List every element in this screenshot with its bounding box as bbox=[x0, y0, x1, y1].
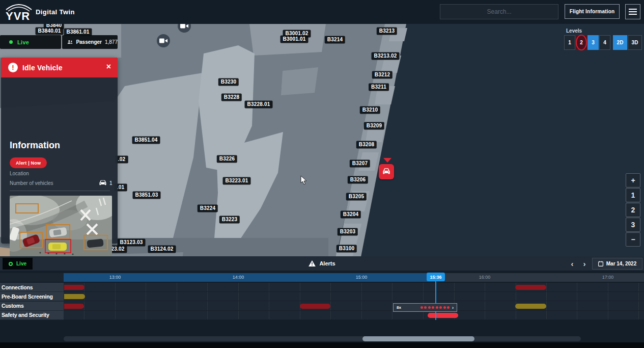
gate-label: B3207 bbox=[350, 160, 370, 168]
row-label: Connections bbox=[0, 283, 64, 292]
map-zoom-controls: +123− bbox=[626, 173, 640, 247]
levels-panel: Levels 12342D3D bbox=[564, 28, 642, 50]
level-button-2[interactable]: 2 bbox=[576, 35, 587, 50]
date-picker-button[interactable]: Mar 14, 2022 bbox=[592, 258, 642, 270]
live-ring-icon bbox=[9, 262, 13, 266]
map-control-level-1[interactable]: 1 bbox=[626, 188, 640, 202]
timeline-rows: ConnectionsPre-Board ScreeningCustomsSaf… bbox=[0, 283, 644, 320]
map-control-zoom-in[interactable]: + bbox=[626, 173, 640, 188]
warning-icon bbox=[309, 260, 316, 266]
timeline-scrollbar-track[interactable] bbox=[64, 336, 581, 341]
top-bar: YVR Digital Twin Flight Information bbox=[0, 0, 644, 24]
gate-label: B3204 bbox=[341, 211, 361, 219]
gate-label: B3230 bbox=[218, 78, 239, 86]
gate-label: B3213 bbox=[377, 28, 397, 35]
divider bbox=[10, 191, 110, 191]
alert-bar[interactable] bbox=[64, 304, 84, 309]
live-status-badge: Live bbox=[0, 35, 61, 49]
gate-label: B3100 bbox=[337, 245, 357, 253]
time-tick: 17:00 bbox=[602, 275, 614, 280]
level-button-2d[interactable]: 2D bbox=[613, 35, 627, 50]
alert-bar[interactable] bbox=[515, 285, 546, 290]
gate-label: B3851.04 bbox=[132, 137, 160, 144]
alerts-bar: Alerts Live ‹ › Mar 14, 2022 bbox=[0, 256, 644, 271]
digital-twin-app: B3840B3840.01B3861.01B3001.02B3001.01B32… bbox=[0, 0, 644, 348]
timeline-live-badge[interactable]: Live bbox=[3, 258, 33, 270]
previous-day-button[interactable]: ‹ bbox=[567, 258, 577, 269]
map-control-level-3[interactable]: 3 bbox=[626, 218, 640, 232]
alert-panel-title: Idle Vehicle bbox=[22, 64, 63, 72]
app-title: Digital Twin bbox=[36, 8, 75, 16]
vehicle-camera-snapshot bbox=[10, 196, 112, 256]
gate-label: B3851.03 bbox=[133, 192, 161, 199]
car-icon bbox=[99, 179, 107, 186]
alert-exclamation-icon: ! bbox=[8, 63, 18, 72]
search-input[interactable] bbox=[440, 4, 558, 19]
alert-bar[interactable] bbox=[428, 313, 458, 318]
cluster-count: 8x bbox=[397, 305, 401, 310]
current-time-badge[interactable]: 15:36 bbox=[427, 273, 445, 281]
gate-label: B3203 bbox=[338, 228, 358, 236]
row-label: Safety and Security bbox=[0, 311, 64, 320]
gate-label: B3205 bbox=[346, 193, 367, 201]
gate-label: B3223 bbox=[219, 216, 240, 224]
time-tick: 14:00 bbox=[233, 275, 244, 280]
vehicle-count-label: Number of vehicles bbox=[10, 180, 53, 186]
gate-label: B3223.01 bbox=[223, 177, 251, 185]
timeline-section: Alerts Live ‹ › Mar 14, 2022 13:0014:001… bbox=[0, 256, 644, 348]
alert-bar[interactable] bbox=[64, 294, 85, 299]
gate-label: B3224 bbox=[198, 205, 218, 212]
passenger-count-badge: Passenger 1,877 bbox=[62, 35, 118, 49]
mouse-cursor bbox=[300, 175, 307, 185]
vehicle-marker-pointer bbox=[383, 158, 391, 163]
gate-label: B3124.02 bbox=[148, 246, 176, 253]
svg-text:YVR: YVR bbox=[6, 10, 30, 21]
gate-label: B3206 bbox=[348, 176, 368, 184]
chevron-right-icon[interactable]: › bbox=[452, 305, 454, 310]
timeline-scrollbar-thumb[interactable] bbox=[362, 336, 474, 341]
row-label: Pre-Board Screening bbox=[0, 292, 64, 301]
gate-label: B3208 bbox=[356, 141, 377, 149]
alert-cluster-badge[interactable]: 8x› bbox=[393, 303, 457, 312]
level-button-3d[interactable]: 3D bbox=[628, 35, 642, 50]
alerts-title: Alerts bbox=[0, 256, 644, 271]
close-icon[interactable]: × bbox=[106, 63, 111, 71]
gate-label: B3226 bbox=[217, 155, 237, 163]
level-button-1[interactable]: 1 bbox=[564, 35, 575, 50]
gate-label: B3213.02 bbox=[372, 52, 400, 60]
gate-label: B3212 bbox=[372, 71, 393, 79]
gate-label: B3211 bbox=[369, 84, 389, 91]
alert-bar[interactable] bbox=[515, 304, 546, 309]
passenger-label: Passenger bbox=[76, 39, 102, 45]
time-tick: 13:00 bbox=[109, 275, 121, 280]
alert-panel-header: ! Idle Vehicle × bbox=[1, 58, 118, 77]
timeline-lane bbox=[0, 311, 644, 320]
timeline-lane bbox=[0, 292, 644, 301]
bottom-strip bbox=[0, 342, 644, 348]
passenger-count: 1,877 bbox=[105, 39, 118, 45]
level-button-4[interactable]: 4 bbox=[599, 35, 610, 50]
timeline-ruler[interactable]: 13:0014:0015:0016:0017:00 15:36 bbox=[0, 273, 644, 282]
calendar-icon bbox=[598, 261, 603, 266]
alert-bar[interactable] bbox=[64, 285, 85, 290]
gate-label: B3001.01 bbox=[281, 36, 309, 43]
map-control-level-2[interactable]: 2 bbox=[626, 203, 640, 217]
flight-information-button[interactable]: Flight Information bbox=[565, 4, 620, 19]
current-time-line bbox=[435, 281, 436, 320]
camera-icon[interactable] bbox=[157, 34, 170, 47]
gate-label: B3210 bbox=[360, 106, 380, 114]
gate-label: B3214 bbox=[325, 36, 345, 44]
alert-now-badge[interactable]: Alert | Now bbox=[10, 157, 47, 168]
next-day-button[interactable]: › bbox=[579, 258, 590, 269]
map-control-zoom-out[interactable]: − bbox=[626, 232, 640, 247]
alert-bar[interactable] bbox=[300, 304, 330, 309]
row-label: Customs bbox=[0, 302, 64, 311]
live-label: Live bbox=[17, 39, 29, 45]
cluster-dots bbox=[421, 306, 450, 309]
idle-vehicle-marker[interactable] bbox=[379, 164, 394, 179]
level-button-3[interactable]: 3 bbox=[587, 35, 599, 50]
menu-button[interactable] bbox=[625, 4, 640, 19]
location-label: Location bbox=[10, 171, 29, 176]
information-heading: Information bbox=[10, 140, 60, 151]
alert-circle-annotation bbox=[576, 35, 587, 50]
